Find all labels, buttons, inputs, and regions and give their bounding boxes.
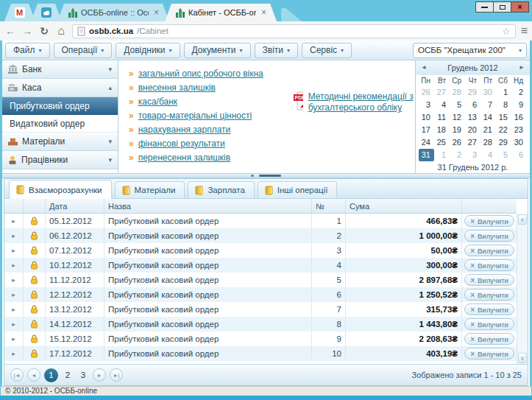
scroll-up-icon[interactable]: ∧ — [518, 214, 527, 225]
calendar-day[interactable]: 21 — [480, 124, 496, 136]
delete-button[interactable]: ×Вилучити — [464, 230, 514, 242]
sidebar-item-kasa[interactable]: Каса▴ — [2, 79, 118, 97]
delete-button[interactable]: ×Вилучити — [464, 245, 514, 256]
delete-button[interactable]: ×Вилучити — [464, 303, 514, 315]
panel-splitter[interactable] — [2, 173, 530, 178]
row-expand-cell[interactable]: ▸ — [4, 317, 24, 331]
calendar-day[interactable]: 31 — [419, 149, 434, 161]
help-link[interactable]: загальний опис робочого вікна — [138, 69, 263, 79]
row-expand-cell[interactable]: ▸ — [4, 243, 24, 258]
sidebar-subitem[interactable]: Прибутковий ордер — [2, 97, 118, 115]
calendar-day[interactable]: 22 — [496, 124, 511, 136]
row-expand-cell[interactable]: ▸ — [4, 331, 24, 346]
calendar-day[interactable]: 5 — [496, 149, 511, 161]
calendar-day[interactable]: 28 — [480, 136, 496, 149]
calendar-day[interactable]: 3 — [419, 99, 434, 111]
expand-arrow-icon[interactable]: ▸ — [12, 306, 15, 313]
calendar-day[interactable]: 15 — [496, 111, 511, 124]
maximize-button[interactable] — [493, 1, 511, 13]
calendar-day[interactable]: 10 — [419, 111, 434, 124]
table-scrollbar[interactable]: ∧ ∨ — [517, 214, 528, 364]
calendar-day[interactable]: 24 — [419, 136, 434, 149]
expand-arrow-icon[interactable]: ▸ — [12, 232, 15, 239]
calendar-day[interactable]: 9 — [511, 99, 527, 111]
sidebar-item-bank[interactable]: Банк▾ — [2, 60, 118, 79]
row-expand-cell[interactable]: ▸ — [4, 273, 24, 287]
expand-arrow-icon[interactable]: ▸ — [12, 291, 15, 298]
expand-arrow-icon[interactable]: ▸ — [12, 335, 15, 343]
calendar-day[interactable]: 13 — [465, 111, 480, 124]
delete-button[interactable]: ×Вилучити — [464, 318, 514, 330]
menu-сервіс[interactable]: Сервіс▾ — [302, 43, 352, 58]
menu-довідники[interactable]: Довідники▾ — [116, 43, 180, 58]
calendar-day[interactable]: 20 — [465, 124, 480, 136]
expand-arrow-icon[interactable]: ▸ — [12, 262, 15, 269]
calendar-day[interactable]: 6 — [511, 149, 527, 161]
pager-page-2[interactable]: 2 — [62, 371, 74, 379]
browser-tab[interactable] — [31, 4, 62, 21]
row-expand-cell[interactable]: ▸ — [4, 287, 24, 302]
calendar-day[interactable]: 28 — [450, 86, 465, 99]
calendar-day[interactable]: 4 — [434, 99, 450, 111]
calendar-day[interactable]: 12 — [450, 111, 465, 124]
calendar-day[interactable]: 8 — [496, 99, 511, 111]
forward-icon[interactable]: → — [21, 26, 33, 36]
expand-arrow-icon[interactable]: ▸ — [12, 276, 15, 284]
calendar-day[interactable]: 7 — [480, 99, 496, 111]
scroll-down-icon[interactable]: ∨ — [518, 353, 527, 363]
browser-tab[interactable]: M — [4, 4, 35, 21]
new-tab-button[interactable] — [281, 8, 306, 21]
reload-icon[interactable]: ↻ — [38, 26, 50, 36]
delete-button[interactable]: ×Вилучити — [464, 348, 514, 359]
tab-close-icon[interactable]: × — [261, 7, 266, 18]
scrollbar-track[interactable] — [518, 225, 527, 353]
calendar-day[interactable]: 29 — [496, 136, 511, 149]
pager-first-button[interactable]: |◄ — [10, 368, 24, 382]
bookmark-star-icon[interactable]: ☆ — [502, 26, 511, 37]
calendar-day[interactable]: 2 — [511, 86, 527, 99]
menu-файл[interactable]: Файл▾ — [5, 43, 50, 58]
calendar-day[interactable]: 18 — [434, 124, 450, 136]
delete-button[interactable]: ×Вилучити — [464, 274, 514, 286]
calendar-day[interactable]: 3 — [465, 149, 480, 161]
delete-button[interactable]: ×Вилучити — [464, 259, 514, 271]
calendar-day[interactable]: 30 — [511, 136, 527, 149]
browser-tab[interactable]: Кабінет - ОСББ-online× — [165, 4, 277, 21]
help-link[interactable]: внесення залишків — [138, 83, 216, 93]
panel-tab[interactable]: Зарплата — [188, 181, 254, 198]
calendar-day[interactable]: 17 — [419, 124, 434, 136]
calendar-day[interactable]: 4 — [480, 149, 496, 161]
calendar-prev-icon[interactable]: ◄ — [421, 64, 427, 71]
row-expand-cell[interactable]: ▸ — [4, 346, 24, 361]
calendar-day[interactable]: 30 — [480, 86, 496, 99]
help-link[interactable]: фінансові результати — [138, 138, 225, 149]
panel-tab[interactable]: Матеріали — [115, 181, 185, 198]
delete-button[interactable]: ×Вилучити — [464, 289, 514, 301]
tab-close-icon[interactable]: × — [154, 7, 159, 18]
pager-next-button[interactable]: ► — [93, 368, 106, 382]
panel-tab[interactable]: Інші операції — [258, 181, 338, 198]
expand-arrow-icon[interactable]: ▸ — [12, 320, 15, 328]
calendar-day[interactable]: 1 — [496, 86, 511, 99]
calendar-day[interactable]: 26 — [419, 86, 434, 99]
calendar-day[interactable]: 11 — [434, 111, 450, 124]
browser-tab[interactable]: ОСББ-online :: Особисти× — [57, 4, 169, 21]
back-icon[interactable]: ← — [4, 26, 16, 36]
pager-page-1[interactable]: 1 — [44, 368, 58, 382]
minimize-button[interactable] — [475, 1, 494, 13]
calendar-day[interactable]: 29 — [465, 86, 480, 99]
sidebar-item-worker[interactable]: Працівники▾ — [2, 151, 118, 169]
calendar-day[interactable]: 19 — [450, 124, 465, 136]
expand-arrow-icon[interactable]: ▸ — [12, 217, 15, 225]
calendar-day[interactable]: 5 — [450, 99, 465, 111]
calendar-day[interactable]: 6 — [465, 99, 480, 111]
delete-button[interactable]: ×Вилучити — [464, 333, 514, 345]
sidebar-subitem[interactable]: Видатковий ордер — [2, 115, 118, 133]
delete-button[interactable]: ×Вилучити — [464, 215, 514, 227]
calendar-day[interactable]: 14 — [480, 111, 496, 124]
panel-tab[interactable]: Взаєморозрахунки — [9, 180, 112, 199]
sidebar-item-bricks[interactable]: Матеріали▾ — [2, 133, 118, 151]
row-expand-cell[interactable]: ▸ — [4, 258, 24, 273]
expand-arrow-icon[interactable]: ▸ — [12, 350, 15, 357]
expand-arrow-icon[interactable]: ▸ — [12, 247, 15, 254]
